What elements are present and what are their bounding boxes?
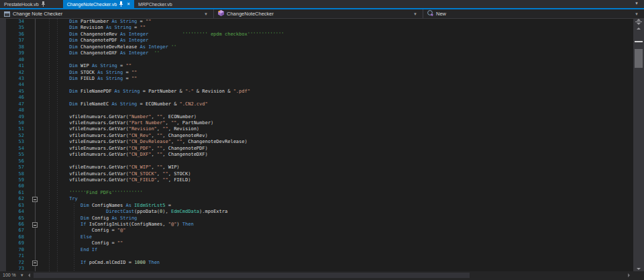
code-line[interactable]: 55 vfileEnumvars.GetVar("CN_DXF", "", Ch… [0, 152, 633, 158]
nav-type-dropdown[interactable]: ChangeNoteChecker ▼ [214, 9, 423, 18]
line-number: 73 [7, 266, 24, 271]
line-number: 51 [7, 126, 24, 132]
code-editor-window: PrestateHook.vb ChangeNoteChecker.vb ✕ M… [0, 0, 644, 280]
code-line[interactable]: 48 [0, 107, 633, 113]
code-line[interactable]: 58 vfileEnumvars.GetVar("CN_STOCK", "", … [0, 171, 633, 177]
code-line[interactable]: 49 vfileEnumvars.GetVar("Number", "", EC… [0, 114, 633, 120]
scroll-right-arrow-icon[interactable] [628, 273, 630, 277]
code-line[interactable]: 62 Try [0, 196, 633, 202]
code-line[interactable]: 47 Dim FileNameEC As String = ECONumber … [0, 101, 633, 107]
line-number: 45 [7, 89, 24, 95]
code-line[interactable]: 73 [0, 266, 633, 271]
line-number: 57 [7, 165, 24, 171]
line-number: 63 [7, 203, 24, 209]
code-line[interactable]: 56 [0, 158, 633, 165]
code-line[interactable]: 63 Dim ConfigNames As IEdmStrLst5 = [0, 203, 633, 209]
method-icon [427, 10, 433, 17]
horizontal-scrollbar-thumb[interactable] [34, 273, 470, 278]
code-text: If IsConfigInList(ConfigNames, "@") Then [41, 222, 194, 228]
code-text: Try [41, 196, 78, 202]
editor-bottom-bar: 100 % ▼ [0, 271, 644, 280]
collapse-region-icon[interactable] [32, 222, 38, 228]
code-line[interactable]: 59 vfileEnumvars.GetVar("CN_FIELD", "", … [0, 177, 633, 183]
code-line[interactable]: 64 DirectCast(ppoData(0), EdmCmdData).mp… [0, 209, 633, 215]
code-line[interactable]: 66 If IsConfigInList(ConfigNames, "@") T… [0, 222, 633, 228]
vertical-scrollbar-thumb[interactable] [635, 49, 643, 68]
code-line[interactable]: 35 Dim Revision As String = "" [0, 25, 633, 31]
code-text: vfileEnumvars.GetVar("Revision", "", Rev… [41, 126, 199, 132]
code-line[interactable]: 68 Else [0, 234, 633, 240]
pin-icon[interactable] [119, 1, 123, 7]
code-text: vfileEnumvars.GetVar("Number", "", ECONu… [41, 114, 197, 120]
line-number: 53 [7, 139, 24, 145]
code-line[interactable]: 57 vfileEnumvars.GetVar("CN_WIP", "", WI… [0, 165, 633, 171]
code-line[interactable]: 53 vfileEnumvars.GetVar("CN_DevRelease",… [0, 139, 633, 145]
code-line[interactable]: 61 ''''''Find PDFs''''''''''' [0, 190, 633, 196]
nav-member-dropdown[interactable]: New ▼ [423, 9, 644, 18]
scroll-down-arrow-icon[interactable] [637, 268, 641, 270]
code-line[interactable]: 60 [0, 183, 633, 189]
tab-mrpchecker[interactable]: MRPChecker.vb [134, 0, 176, 8]
code-line[interactable]: 45 Dim FileNamePDF As String = PartNumbe… [0, 89, 633, 95]
code-line[interactable]: 37 Dim ChangenotePDF As Integer [0, 38, 633, 44]
line-number: 37 [7, 38, 24, 44]
code-text: End If [41, 247, 97, 253]
code-line[interactable]: 50 vfileEnumvars.GetVar("Part Number", "… [0, 120, 633, 126]
collapse-region-icon[interactable] [32, 261, 38, 266]
code-text: Else [41, 234, 92, 240]
code-line[interactable]: 43 Dim FIELD As String = "" [0, 76, 633, 82]
tab-prestatehook[interactable]: PrestateHook.vb [0, 0, 50, 8]
code-line[interactable]: 52 vfileEnumvars.GetVar("CN_Rev", "", Ch… [0, 133, 633, 139]
code-line[interactable]: 36 Dim ChangenoteRev As Integer ''''''''… [0, 32, 633, 38]
zoom-control-dropdown[interactable]: 100 % ▼ [3, 273, 24, 277]
line-number: 38 [7, 44, 24, 50]
vertical-scrollbar[interactable] [633, 18, 644, 271]
line-number: 39 [7, 50, 24, 56]
code-line[interactable]: 70 End If [0, 247, 633, 253]
chevron-down-icon: ▼ [20, 273, 24, 277]
tab-overflow-chevron-icon[interactable]: ▼ [635, 1, 639, 5]
scroll-left-arrow-icon[interactable] [28, 273, 30, 277]
code-line[interactable]: 71 [0, 253, 633, 259]
line-number: 56 [7, 158, 24, 165]
scroll-up-arrow-icon[interactable] [637, 28, 641, 30]
pin-icon[interactable] [41, 1, 46, 7]
code-line[interactable]: 69 Config = "" [0, 240, 633, 246]
scrollbar-caret-marker [635, 41, 643, 42]
code-line[interactable]: 40 [0, 57, 633, 63]
code-line[interactable]: 44 [0, 82, 633, 88]
code-text: vfileEnumvars.GetVar("CN_STOCK", "", STO… [41, 171, 191, 177]
line-number: 34 [7, 19, 24, 25]
code-line[interactable]: 54 vfileEnumvars.GetVar("CN_PDF", "", Ch… [0, 146, 633, 152]
code-text: Dim ConfigNames As IEdmStrLst5 = [41, 203, 171, 209]
nav-scope-dropdown[interactable]: Change Note Checker ▼ [0, 9, 214, 18]
code-text: vfileEnumvars.GetVar("CN_DevRelease", ""… [41, 139, 248, 145]
line-number: 67 [7, 228, 24, 234]
code-text: vfileEnumvars.GetVar("CN_Rev", "", Chang… [41, 133, 208, 139]
collapse-region-icon[interactable] [32, 197, 38, 202]
line-number: 72 [7, 260, 24, 266]
code-line[interactable]: 42 Dim STOCK As String = "" [0, 70, 633, 76]
code-line[interactable]: 34 Dim PartNumber As String = "" [0, 19, 633, 25]
tab-changenotechecker[interactable]: ChangeNoteChecker.vb ✕ [63, 0, 134, 8]
line-number: 47 [7, 101, 24, 107]
code-line[interactable]: 38 Dim ChangenoteDevRelease As Integer '… [0, 44, 633, 50]
code-editor-surface[interactable]: 34 Dim PartNumber As String = ""35 Dim R… [0, 19, 633, 271]
code-line[interactable]: 72 If poCmd.mlCmdID = 1000 Then [0, 260, 633, 266]
code-line[interactable]: 41 Dim WIP As String = "" [0, 63, 633, 69]
code-text: ''''''Find PDFs''''''''''' [41, 190, 143, 196]
line-number: 71 [7, 253, 24, 259]
code-text: vfileEnumvars.GetVar("CN_WIP", "", WIP) [41, 165, 180, 171]
code-line[interactable]: 67 Config = "@" [0, 228, 633, 234]
code-line[interactable]: 39 Dim ChangenoteDXF As Integer '' [0, 50, 633, 56]
code-text: Dim FileNameEC As String = ECONumber & "… [41, 101, 208, 107]
code-line[interactable]: 46 [0, 95, 633, 101]
nav-member-label: New [436, 11, 446, 17]
split-window-handle-icon[interactable] [635, 19, 642, 26]
line-number: 40 [7, 57, 24, 63]
close-icon[interactable]: ✕ [125, 2, 130, 6]
code-line[interactable]: 65 Dim Config As String [0, 216, 633, 222]
code-text: Dim Config As String [41, 216, 137, 222]
code-text: Dim ChangenoteDXF As Integer '' [41, 50, 160, 56]
code-line[interactable]: 51 vfileEnumvars.GetVar("Revision", "", … [0, 126, 633, 132]
